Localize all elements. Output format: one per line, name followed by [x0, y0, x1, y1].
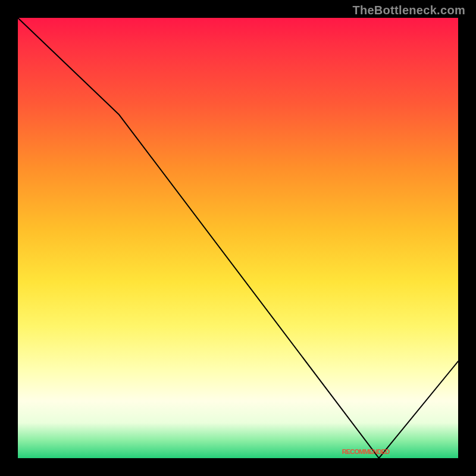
- recommended-annotation: RECOMMENDED: [342, 448, 390, 455]
- watermark-text: TheBottleneck.com: [352, 4, 465, 17]
- plot-area: RECOMMENDED: [18, 18, 458, 458]
- chart-polyline: [18, 18, 458, 458]
- chart-stage: TheBottleneck.com RECOMMENDED: [0, 0, 476, 476]
- chart-line-layer: [18, 18, 458, 458]
